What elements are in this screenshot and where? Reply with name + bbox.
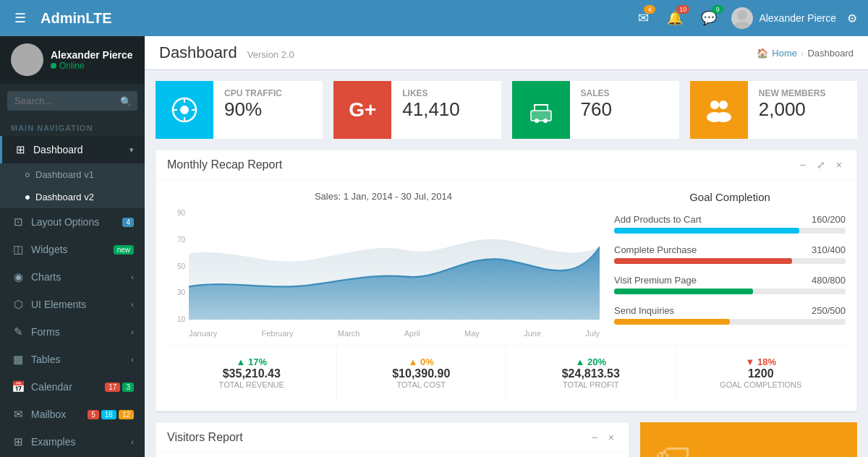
sidebar-item-layout-options[interactable]: ⊡ Layout Options 4 [0, 208, 145, 236]
svg-point-2 [20, 48, 34, 62]
sidebar-item-ui-elements[interactable]: ⬡ UI Elements ‹ [0, 291, 145, 318]
messages-button[interactable]: ✉ 4 [634, 7, 652, 30]
goal-cart-value: 160/200 [812, 214, 846, 225]
visitors-close-button[interactable]: × [605, 430, 618, 445]
monthly-recap-card: Monthly Recap Report − ⤢ × Sales: 1 Jan,… [156, 150, 857, 411]
likes-label: LIKES [402, 88, 460, 98]
svg-point-0 [737, 10, 747, 20]
monthly-recap-body: Sales: 1 Jan, 2014 - 30 Jul, 2014 90 70 … [156, 180, 856, 411]
sidebar-item-dashboard-v2[interactable]: Dashboard v2 [0, 186, 145, 208]
goal-completion-title: Goal Completion [614, 191, 846, 203]
y-axis-labels: 90 70 50 30 10 [167, 209, 189, 338]
breadcrumb-home-link[interactable]: Home [772, 48, 797, 59]
info-boxes-row: CPU TRAFFIC 90% G+ LIKES 41,410 [156, 81, 857, 139]
expand-button[interactable]: ⤢ [813, 158, 829, 172]
settings-button[interactable]: ⚙ [847, 12, 857, 25]
members-icon [690, 81, 748, 139]
x-axis-labels: January February March April May June Ju… [189, 327, 600, 338]
sidebar-item-dashboard-v1[interactable]: Dashboard v1 [0, 163, 145, 186]
sidebar-avatar [11, 43, 43, 76]
ui-elements-label: UI Elements [31, 299, 86, 310]
svg-rect-10 [531, 111, 551, 121]
minimize-button[interactable]: − [796, 158, 809, 172]
calendar-label: Calendar [31, 381, 72, 393]
calendar-icon: 📅 [11, 380, 25, 393]
search-input[interactable] [7, 91, 137, 111]
nav-section-label: MAIN NAVIGATION [0, 118, 145, 136]
content-header: Dashboard Version 2.0 🏠 Home › Dashboard [145, 36, 868, 70]
dashboard-label: Dashboard [33, 144, 83, 155]
charts-arrow-icon: ‹ [131, 273, 134, 281]
sidebar-item-tables[interactable]: ▦ Tables ‹ [0, 346, 145, 373]
sales-label: SALES [581, 88, 612, 98]
goal-completions-label: GOAL COMPLETIONS [687, 380, 835, 389]
page-version: Version 2.0 [247, 49, 294, 60]
stat-revenue: ▲ 17% $35,210.43 TOTAL REVENUE [167, 346, 337, 400]
svg-point-11 [535, 119, 539, 123]
charts-icon: ◉ [11, 270, 25, 283]
cpu-content: CPU TRAFFIC 90% [213, 81, 293, 139]
forms-icon: ✎ [11, 325, 25, 338]
goal-item-cart: Add Products to Cart 160/200 [614, 214, 846, 234]
mailbox-badge1: 5 [88, 410, 99, 419]
sidebar-item-calendar[interactable]: 📅 Calendar 17 3 [0, 373, 145, 401]
sidebar-item-mailbox[interactable]: ✉ Mailbox 5 16 12 [0, 401, 145, 428]
navbar-right: ✉ 4 🔔 10 💬 9 Alexander Pierce ⚙ [634, 7, 857, 30]
info-box-members: NEW MEMBERS 2,000 [690, 81, 857, 139]
notifications-badge: 10 [676, 5, 689, 14]
chat-button[interactable]: 💬 9 [697, 7, 720, 30]
likes-value: 41,410 [402, 98, 460, 121]
sidebar-item-widgets[interactable]: ◫ Widgets new [0, 236, 145, 263]
sales-icon [512, 81, 570, 139]
goal-completions-pct: ▼ 18% [687, 356, 835, 367]
bottom-row: Visitors Report − × [156, 422, 857, 457]
visitors-report-title: Visitors Report [167, 431, 243, 444]
inventory-card: 🏷 INVENTORY 5,200 50% Increase in 30 Day… [640, 422, 857, 457]
stat-cost: ▲ 0% $10,390.90 TOTAL COST [337, 346, 507, 400]
tables-icon: ▦ [11, 353, 25, 366]
goal-inquiries-bar-bg [614, 319, 846, 325]
sidebar-item-charts[interactable]: ◉ Charts ‹ [0, 263, 145, 291]
dashboard-v1-label: Dashboard v1 [35, 169, 94, 180]
page-title: Dashboard Version 2.0 [159, 43, 294, 62]
mailbox-badge3: 12 [119, 410, 134, 419]
goal-item-premium: Visit Premium Page 480/800 [614, 275, 846, 294]
layout-badge: 4 [122, 218, 134, 227]
ui-elements-icon: ⬡ [11, 298, 25, 311]
members-label: NEW MEMBERS [759, 88, 826, 98]
stat-goal-completions: ▼ 18% 1200 GOAL COMPLETIONS [676, 346, 846, 400]
goal-purchase-value: 310/400 [812, 244, 846, 255]
user-menu-button[interactable]: Alexander Pierce [731, 7, 836, 29]
sidebar-item-forms[interactable]: ✎ Forms ‹ [0, 318, 145, 346]
sidebar-user-status: Online [51, 61, 133, 71]
dashboard-icon: ⊞ [13, 143, 27, 156]
visitors-minimize-button[interactable]: − [588, 430, 601, 445]
goal-cart-bar [614, 228, 799, 234]
goal-premium-bar-bg [614, 289, 846, 294]
sales-value: 760 [581, 98, 612, 121]
calendar-badge1: 17 [105, 383, 120, 392]
recap-container: Sales: 1 Jan, 2014 - 30 Jul, 2014 90 70 … [167, 191, 846, 338]
sales-content: SALES 760 [570, 81, 623, 139]
goal-inquiries-label: Send Inquiries [614, 305, 674, 316]
svg-point-12 [543, 119, 548, 123]
sidebar-item-examples[interactable]: ⊞ Examples ‹ [0, 428, 145, 456]
sidebar: Alexander Pierce Online 🔍 MAIN NAVIGATIO… [0, 36, 145, 457]
sidebar-toggle-button[interactable]: ☰ [11, 7, 30, 30]
monthly-recap-title: Monthly Recap Report [167, 158, 282, 171]
visitors-report-body [156, 453, 629, 457]
notifications-button[interactable]: 🔔 10 [663, 7, 686, 30]
ui-arrow-icon: ‹ [131, 300, 134, 309]
sidebar-item-dashboard[interactable]: ⊞ Dashboard ▾ [0, 136, 145, 163]
breadcrumb-current: Dashboard [807, 48, 854, 59]
goal-purchase-bar [614, 258, 792, 264]
card-tools: − ⤢ × [796, 158, 846, 172]
goal-premium-value: 480/800 [812, 275, 846, 286]
close-button[interactable]: × [833, 158, 846, 172]
svg-point-16 [715, 112, 731, 122]
widgets-label: Widgets [31, 244, 68, 255]
chart-area: Sales: 1 Jan, 2014 - 30 Jul, 2014 90 70 … [167, 191, 600, 338]
svg-point-1 [733, 22, 751, 29]
main-content: Dashboard Version 2.0 🏠 Home › Dashboard… [145, 36, 868, 457]
sidebar-user-name: Alexander Pierce [51, 49, 133, 61]
